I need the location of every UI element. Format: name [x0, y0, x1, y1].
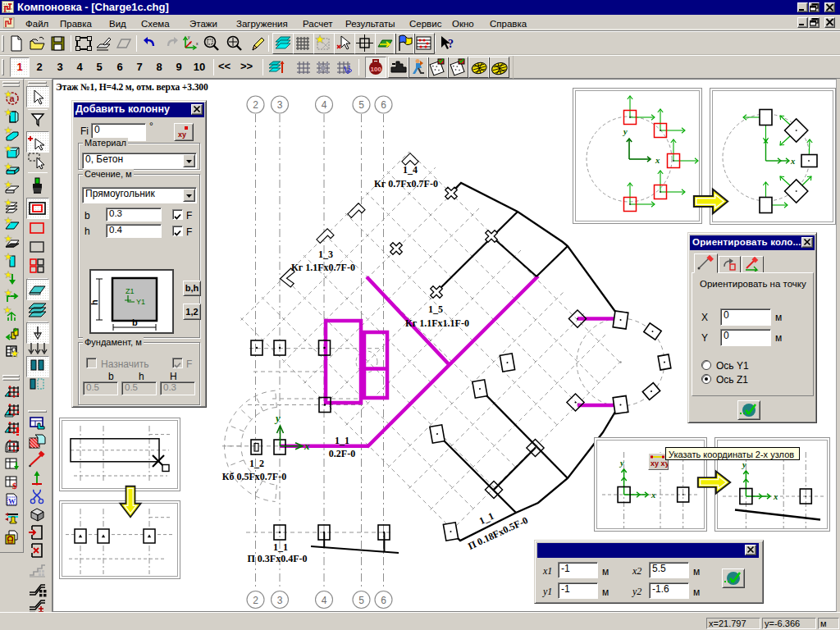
svg-text:Y1: Y1 — [136, 298, 145, 306]
svg-text:y: y — [619, 459, 624, 468]
svg-text:1_4: 1_4 — [403, 164, 418, 176]
svg-text:x: x — [655, 156, 660, 165]
svg-text:ху ху: ху ху — [651, 459, 668, 468]
svg-text:x: x — [790, 157, 795, 166]
svg-text:y: y — [741, 460, 746, 469]
svg-text:0.2F-0: 0.2F-0 — [329, 448, 355, 459]
svg-text:x: x — [773, 492, 778, 501]
svg-text:3: 3 — [277, 99, 283, 111]
svg-text:Кг 1.1Fх1.1F-0: Кг 1.1Fх1.1F-0 — [405, 317, 469, 329]
svg-text:4: 4 — [322, 99, 327, 111]
svg-text:b: b — [132, 317, 138, 327]
svg-text:100: 100 — [371, 66, 382, 73]
svg-text:5: 5 — [358, 595, 364, 606]
svg-text:$: $ — [12, 481, 17, 490]
svg-text:1_5: 1_5 — [428, 304, 443, 315]
svg-text:4: 4 — [322, 595, 327, 606]
svg-text:1_1: 1_1 — [335, 435, 349, 446]
svg-text:2: 2 — [253, 595, 258, 606]
svg-text:Z1: Z1 — [126, 287, 135, 295]
svg-text:ху: ху — [178, 130, 186, 139]
svg-text:W: W — [8, 497, 16, 505]
svg-text:1_1: 1_1 — [273, 541, 288, 553]
svg-text:x: x — [196, 41, 199, 46]
svg-text:П 0.3Fх0.4F-0: П 0.3Fх0.4F-0 — [248, 553, 308, 564]
svg-text:y: y — [622, 127, 628, 136]
svg-text:3: 3 — [277, 595, 283, 606]
svg-text:Кг 0.7Fх0.7F-0: Кг 0.7Fх0.7F-0 — [374, 178, 438, 189]
svg-text:a: a — [10, 94, 16, 103]
svg-text:y: y — [274, 412, 281, 424]
svg-text:x: x — [651, 491, 655, 500]
svg-text:x: x — [304, 440, 310, 452]
svg-text:2: 2 — [253, 99, 258, 111]
svg-text:6: 6 — [381, 595, 386, 606]
svg-text:Кб 0.5Fх0.7F-0: Кб 0.5Fх0.7F-0 — [222, 471, 286, 482]
svg-text:6: 6 — [381, 99, 386, 111]
svg-text:?: ? — [448, 38, 454, 50]
svg-text:h: h — [91, 299, 99, 305]
svg-text:1_3: 1_3 — [318, 249, 333, 260]
svg-text:5: 5 — [358, 99, 364, 111]
svg-text:1_2: 1_2 — [249, 458, 264, 469]
svg-text:Кг 1.1Fх0.7F-0: Кг 1.1Fх0.7F-0 — [291, 262, 355, 273]
svg-text:y: y — [188, 34, 190, 39]
